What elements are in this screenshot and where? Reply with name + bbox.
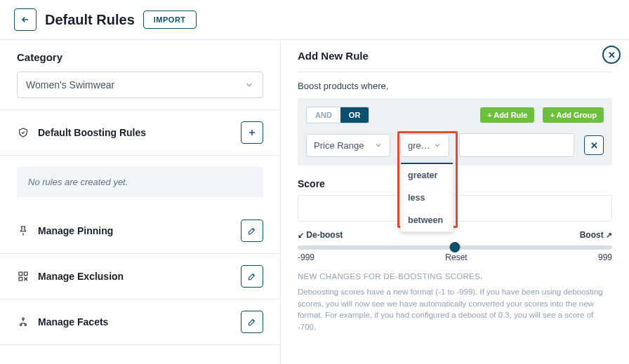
and-or-toggle[interactable]: AND OR: [306, 107, 369, 123]
svg-rect-1: [24, 272, 27, 276]
sidebar-item-label: Manage Facets: [38, 316, 108, 328]
chevron-down-icon: [374, 141, 383, 149]
add-group-button[interactable]: + Add Group: [543, 107, 604, 123]
page-title: Default Rules: [45, 12, 135, 28]
svg-point-3: [22, 318, 25, 320]
topbar: Default Rules IMPORT: [0, 0, 629, 40]
no-rules-message: No rules are created yet.: [17, 167, 263, 197]
boost-caption: Boost products where,: [298, 81, 612, 91]
svg-point-4: [20, 324, 22, 326]
right-panel: ✕ Add New Rule Boost products where, AND…: [281, 40, 629, 364]
slider-reset[interactable]: Reset: [445, 252, 467, 262]
pin-icon: [17, 224, 29, 237]
shield-icon: [17, 126, 29, 139]
exclusion-icon: [17, 270, 29, 283]
plus-icon: [247, 128, 257, 137]
add-boosting-rule-button[interactable]: [241, 121, 263, 144]
left-panel: Category Women's Swimwear Default Boosti…: [0, 40, 281, 364]
note-body: Deboosting scores have a new format (-1 …: [298, 286, 612, 333]
panel-title: Add New Rule: [298, 50, 612, 62]
value-input[interactable]: [459, 133, 574, 157]
delete-rule-button[interactable]: ✕: [584, 135, 604, 155]
and-option[interactable]: AND: [307, 107, 340, 123]
score-heading: Score: [298, 178, 612, 189]
edit-icon: [247, 226, 257, 236]
slider-thumb[interactable]: [450, 242, 461, 252]
facets-icon: [17, 316, 29, 328]
category-heading: Category: [17, 51, 263, 63]
svg-rect-0: [19, 272, 22, 276]
boost-label: Boost ↗: [580, 230, 612, 240]
edit-icon: [247, 317, 257, 327]
sidebar-item-label: Manage Pinning: [38, 225, 113, 236]
operator-option-less[interactable]: less: [401, 187, 453, 209]
or-option[interactable]: OR: [340, 107, 369, 123]
rule-builder: AND OR + Add Rule + Add Group Price Rang…: [298, 98, 612, 166]
add-rule-button[interactable]: + Add Rule: [480, 107, 534, 123]
edit-icon: [247, 271, 257, 281]
edit-pinning-button[interactable]: [241, 220, 263, 242]
arrow-left-icon: [20, 15, 30, 25]
category-select[interactable]: Women's Swimwear: [17, 72, 263, 98]
operator-select[interactable]: grea...: [400, 134, 449, 157]
score-slider[interactable]: [298, 245, 612, 250]
score-input[interactable]: [298, 195, 612, 222]
back-button[interactable]: [14, 8, 37, 31]
close-panel-button[interactable]: ✕: [602, 46, 621, 64]
slider-min: -999: [298, 252, 314, 262]
chevron-down-icon: [244, 80, 254, 90]
divider: [298, 72, 612, 72]
category-select-value: Women's Swimwear: [26, 79, 114, 90]
sidebar-item-label: Manage Exclusion: [38, 271, 124, 282]
slider-max: 999: [598, 252, 612, 262]
field-select-value: Price Range: [314, 140, 364, 151]
svg-rect-2: [19, 277, 22, 281]
deboost-label: ↙ De-boost: [298, 230, 343, 240]
x-icon: ✕: [590, 140, 598, 151]
boosting-heading: Default Boosting Rules: [38, 127, 146, 138]
edit-exclusion-button[interactable]: [241, 265, 263, 288]
operator-select-value: grea...: [408, 140, 432, 151]
field-select[interactable]: Price Range: [306, 134, 390, 157]
operator-option-greater[interactable]: greater: [401, 163, 453, 187]
svg-point-5: [25, 324, 27, 326]
import-button[interactable]: IMPORT: [143, 11, 197, 29]
close-icon: ✕: [608, 50, 616, 60]
edit-facets-button[interactable]: [241, 311, 263, 333]
operator-option-between[interactable]: between: [401, 209, 453, 231]
operator-dropdown: greater less between: [400, 162, 453, 232]
chevron-down-icon: [433, 141, 442, 149]
note-heading: NEW CHANGES FOR DE-BOOSTING SCORES.: [298, 272, 612, 281]
